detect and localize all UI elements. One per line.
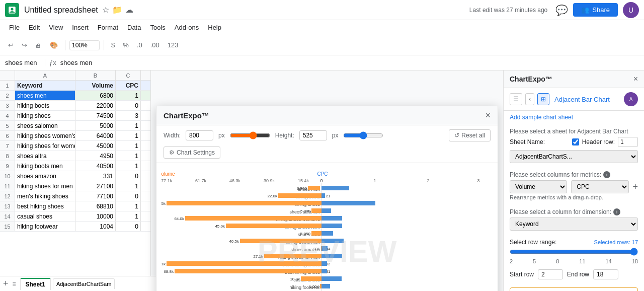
cloud-icon[interactable]: ☁ [125,5,133,15]
cell-cpc[interactable]: 1 [116,141,141,151]
height-slider[interactable] [343,131,383,139]
metric1-select[interactable]: Volume [510,180,567,193]
menu-format[interactable]: Format [94,22,122,33]
cell-volume[interactable]: 331 [75,171,116,181]
cell-keyword[interactable]: hiking shoes women's [15,131,75,140]
cell-cpc[interactable]: 1 [116,201,141,211]
cell-volume-header[interactable]: Volume [75,81,116,90]
cell-cpc[interactable]: 1 [116,211,141,221]
dec-decimals-button[interactable]: .0 [134,39,145,51]
paint-button[interactable]: 🎨 [47,39,61,51]
cell-keyword[interactable]: shoes men [15,91,75,100]
cell-volume[interactable]: 77100 [75,191,116,201]
cell-keyword[interactable]: hiking boots [15,101,75,110]
undo-button[interactable]: ↩ [5,39,17,51]
height-input[interactable] [299,130,327,140]
header-row-input[interactable] [618,137,638,147]
cell-volume[interactable]: 22000 [75,101,116,110]
share-button[interactable]: 👥 Share [573,3,618,17]
cell-cpc[interactable]: 1 [116,181,141,191]
menu-insert[interactable]: Insert [68,22,93,33]
folder-icon[interactable]: 📁 [112,5,122,15]
cell-volume[interactable]: 5000 [75,121,116,130]
percent-button[interactable]: % [120,39,132,51]
cell-volume[interactable]: 6800 [75,91,116,100]
rp-table-button[interactable]: ⊞ [537,93,549,105]
cell-cpc[interactable]: 1 [116,91,141,100]
cell-cpc-header[interactable]: CPC [116,81,141,90]
chart-modal-close-button[interactable]: × [485,110,491,121]
cell-keyword[interactable]: hiking shoes [15,111,75,120]
sheet-select[interactable]: AdjacentBarChartS... [510,150,638,163]
add-sheet-button[interactable]: + [3,278,9,289]
cell-volume[interactable]: 74500 [75,111,116,120]
metrics-info-icon[interactable]: i [603,171,610,178]
redo-button[interactable]: ↪ [19,39,30,51]
cell-reference[interactable]: shoes men [5,59,45,66]
cell-cpc[interactable]: 1 [116,151,141,161]
cell-keyword[interactable]: men's hiking shoes [15,191,75,201]
sheet-tab-sheet1[interactable]: Sheet1 [20,278,51,290]
menu-data[interactable]: Data [123,22,145,33]
menu-view[interactable]: View [45,22,67,33]
cell-keyword[interactable]: hiking boots men [15,161,75,171]
cell-volume[interactable]: 68810 [75,201,116,211]
sheet-menu-button[interactable]: ≡ [13,280,16,287]
inc-decimals-button[interactable]: .00 [147,39,163,51]
menu-addons[interactable]: Add-ons [171,22,203,33]
start-row-input[interactable] [538,269,563,279]
dimension-info-icon[interactable]: i [613,208,620,215]
menu-edit[interactable]: Edit [25,22,44,33]
col-header-c[interactable]: C [116,70,141,81]
right-panel-close-button[interactable]: × [633,75,638,84]
add-sample-link[interactable]: Add sample chart sheet [504,111,644,124]
cell-keyword[interactable]: shoes amazon [15,171,75,181]
currency-button[interactable]: $ [108,39,118,51]
cell-cpc[interactable]: 1 [116,121,141,130]
cell-cpc[interactable]: 1 [116,131,141,140]
zoom-input[interactable] [69,40,100,50]
cell-cpc[interactable]: 0 [116,101,141,110]
sheet-tab-adjacent[interactable]: AdjacentBarChartSam [53,278,115,289]
reset-all-button[interactable]: ↺ Reset all [449,129,491,141]
end-row-input[interactable] [593,269,618,279]
cell-cpc[interactable]: 0 [116,191,141,201]
cell-keyword[interactable]: sheos salomon [15,121,75,130]
cell-volume[interactable]: 10000 [75,211,116,221]
cell-volume[interactable]: 4950 [75,151,116,161]
cell-cpc[interactable]: 3 [116,111,141,120]
cell-keyword[interactable]: best hiking shoes [15,201,75,211]
row-range-slider[interactable] [510,248,638,256]
width-input[interactable] [186,130,213,140]
cell-keyword[interactable]: hiking shoes for women [15,141,75,151]
cell-volume[interactable]: 45000 [75,141,116,151]
cell-volume[interactable]: 27100 [75,181,116,191]
create-chart-button[interactable]: Create Chart [510,287,638,291]
print-button[interactable]: 🖨 [32,39,45,51]
cell-keyword[interactable]: shoes altra [15,151,75,161]
add-metric-button[interactable]: + [633,182,638,192]
header-row-checkbox[interactable] [572,138,579,146]
cell-keyword-header[interactable]: Keyword [15,81,75,90]
cell-cpc[interactable]: 0 [116,171,141,181]
dimension-select[interactable]: Keyword [510,217,638,231]
cell-keyword[interactable]: hiking shoes for men [15,181,75,191]
metric2-select[interactable]: CPC [571,180,628,193]
format-number-button[interactable]: 123 [165,39,182,51]
cell-cpc[interactable]: 1 [116,161,141,171]
star-icon[interactable]: ☆ [102,5,109,15]
chart-settings-button[interactable]: ⚙ Chart Settings [164,147,220,159]
cell-volume[interactable]: 1004 [75,222,116,231]
menu-tools[interactable]: Tools [146,22,169,33]
width-slider[interactable] [230,131,270,139]
cell-keyword[interactable]: casual shoes [15,211,75,221]
menu-help[interactable]: Help [204,22,225,33]
col-header-a[interactable]: A [15,70,75,81]
cell-keyword[interactable]: hiking footwear [15,222,75,231]
cell-cpc[interactable]: 0 [116,222,141,231]
cell-volume[interactable]: 40500 [75,161,116,171]
menu-file[interactable]: File [5,22,24,33]
cell-volume[interactable]: 64000 [75,131,116,140]
rp-menu-button[interactable]: ☰ [510,93,522,105]
col-header-b[interactable]: B [75,70,116,81]
